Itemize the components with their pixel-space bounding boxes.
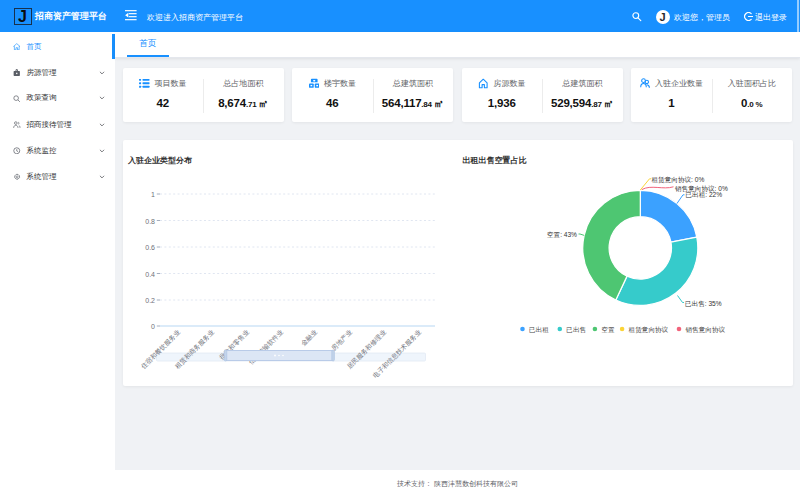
svg-text:房地产业: 房地产业 — [330, 328, 354, 352]
svg-text:0.8: 0.8 — [145, 218, 155, 225]
svg-text:已出售: 已出售 — [566, 326, 586, 334]
svg-text:0: 0 — [151, 323, 155, 330]
svg-text:0.2: 0.2 — [145, 297, 155, 304]
svg-text:0.6: 0.6 — [145, 244, 155, 251]
svg-text:空置: 43%: 空置: 43% — [547, 231, 577, 238]
svg-text:0.4: 0.4 — [145, 271, 155, 278]
svg-text:1: 1 — [151, 191, 155, 198]
svg-text:租赁意向协议: 租赁意向协议 — [629, 326, 669, 334]
svg-text:已出租: 已出租 — [529, 326, 549, 333]
svg-text:空置: 空置 — [601, 326, 615, 333]
svg-text:金融业: 金融业 — [299, 328, 319, 348]
svg-text:已出租: 22%: 已出租: 22% — [686, 191, 723, 198]
svg-text:销售意向协议: 销售意向协议 — [685, 326, 726, 334]
svg-text:已出售: 35%: 已出售: 35% — [685, 300, 722, 308]
svg-text:租赁意向协议: 0%: 租赁意向协议: 0% — [652, 176, 705, 184]
